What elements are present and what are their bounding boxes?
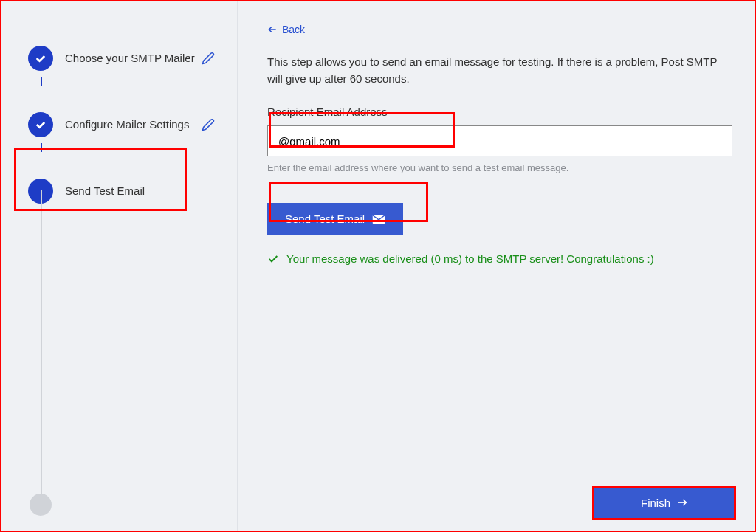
step-description: This step allows you to send an email me… [267,54,732,87]
success-message: Your message was delivered (0 ms) to the… [267,252,732,265]
recipient-email-input[interactable] [267,125,732,156]
step-label: Send Test Email [65,184,215,198]
wizard-main-panel: Back This step allows you to send an ema… [237,1,755,531]
step-label: Configure Mailer Settings [65,117,202,132]
step-connector [41,190,42,495]
arrow-left-icon [267,24,278,35]
checkmark-icon [34,52,47,65]
pencil-icon[interactable] [202,52,215,65]
button-label: Finish [641,497,670,509]
send-test-email-button[interactable]: Send Test Email [267,203,403,235]
step-complete-indicator [28,46,53,71]
button-label: Send Test Email [285,213,365,225]
step-label: Choose your SMTP Mailer [65,51,202,66]
wizard-steps-sidebar: Choose your SMTP Mailer Configure Mailer… [1,1,237,531]
back-link[interactable]: Back [267,24,305,35]
arrow-right-icon [676,497,688,508]
step-configure-mailer-settings[interactable]: Configure Mailer Settings [1,105,237,145]
step-complete-indicator [28,112,53,137]
checkmark-icon [34,118,47,131]
pencil-icon[interactable] [202,118,215,131]
field-hint: Enter the email address where you want t… [267,162,732,173]
checkmark-icon [267,253,279,265]
envelope-icon [372,214,385,224]
step-send-test-email[interactable]: Send Test Email [1,171,237,211]
back-label: Back [282,24,305,35]
recipient-email-label: Recipient Email Address [267,106,732,118]
step-choose-smtp-mailer[interactable]: Choose your SMTP Mailer [1,38,237,78]
finish-button[interactable]: Finish [594,487,735,518]
end-step-indicator [30,494,52,516]
success-text: Your message was delivered (0 ms) to the… [286,252,654,265]
